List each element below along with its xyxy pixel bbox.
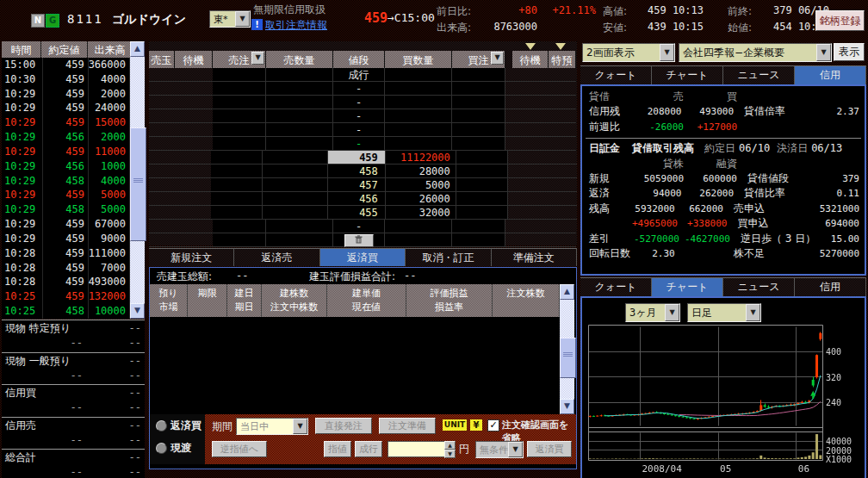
board-price-cell[interactable]: 458 [328,165,385,178]
board-qty-cell[interactable]: 11122000 [386,151,456,165]
board-row[interactable]: - [149,109,577,123]
prepare-order-button[interactable]: 注文準備 [379,418,436,434]
condition-select[interactable]: 無条件 ▼ [475,441,524,458]
chevron-down-icon[interactable]: ▼ [293,419,307,434]
stepper-up-icon[interactable]: ▲ [444,441,456,450]
board-row[interactable]: - [149,82,577,96]
board-cell[interactable] [385,68,452,82]
show-button[interactable]: 表示 [834,43,865,61]
board-row[interactable]: - [149,123,577,137]
scroll-up-icon[interactable]: ▲ [130,41,145,57]
delete-orders-button[interactable] [344,234,374,247]
chevron-down-icon[interactable]: ▼ [746,304,760,321]
tick-scrollbar-thumb[interactable] [130,127,146,241]
board-price-cell[interactable]: 459 [328,151,385,165]
stop-order-button[interactable]: 逆指値へ [212,441,267,457]
position-scrollbar-thumb[interactable] [560,338,576,378]
board-qty-cell[interactable]: 26000 [386,192,456,206]
board-price-cell[interactable]: - [333,109,385,123]
chart-range-select[interactable]: 3ヶ月 ▼ [625,303,680,322]
chart-tab-0[interactable]: クォート [580,277,652,296]
board-price-cell[interactable]: 成行 [333,68,385,82]
tick-price: 459 [43,217,89,232]
board-price-cell[interactable]: - [333,82,385,96]
board-price-cell[interactable]: 455 [328,206,385,220]
board-qty-cell[interactable]: 5000 [386,178,456,192]
board-price-cell[interactable]: - [333,123,385,137]
board-row[interactable]: - [149,96,577,109]
tick-col-header: 時間 [2,41,41,58]
period-select[interactable]: 当日中 ▼ [236,418,308,435]
position-scrollbar[interactable]: ▲ ▼ [560,284,574,414]
board-cell [549,82,576,96]
report-select[interactable]: 会社四季報−企業概要 ▼ [679,43,832,62]
info-tab-1[interactable]: チャート [652,65,723,84]
order-tab-0[interactable]: 新規注文 [149,248,234,266]
board-row[interactable]: 4575000 [149,178,577,192]
board-cell[interactable] [385,220,452,233]
board-cell[interactable] [385,82,452,96]
confirm-skip-checkbox[interactable]: ✓ [487,419,499,431]
info-tab-3[interactable]: 信用 [795,65,866,84]
board-price-cell[interactable] [333,233,385,247]
price-stepper[interactable]: ▲ ▼ [444,441,456,457]
tick-volume: 366000 [89,58,130,72]
board-row[interactable]: 45911122000 [149,151,577,165]
board-row[interactable]: - [149,220,577,233]
chevron-down-icon[interactable]: ▼ [660,44,674,61]
credit-data-row: 返済94000262000貸借比率0.11 [582,186,865,201]
trade-notice-link[interactable]: 取引注意情報 [265,18,327,33]
board-row[interactable]: 成行 [149,68,577,82]
board-cell[interactable] [385,137,452,151]
info-tab-2[interactable]: ニュース [723,65,795,84]
board-row[interactable]: 45626000 [149,192,577,206]
price-input[interactable] [388,441,446,457]
repay-buy-radio[interactable] [156,420,167,431]
chart-tab-3[interactable]: 信用 [795,277,866,296]
board-qty-cell[interactable]: 32000 [386,206,456,220]
board-price-cell[interactable]: - [333,220,385,233]
tick-price: 459 [43,289,89,304]
direct-order-button[interactable]: 直接発注 [315,418,372,434]
board-cell[interactable] [385,96,452,109]
tick-scrollbar[interactable]: ▲ ▼ [130,41,145,319]
order-tab-3[interactable]: 取消・訂正 [406,248,491,266]
chart-interval-select[interactable]: 日足 ▼ [687,303,761,322]
order-tab-1[interactable]: 返済売 [234,248,319,266]
delivery-radio[interactable] [156,443,167,454]
chart-tab-2[interactable]: ニュース [723,277,795,296]
chevron-down-icon[interactable]: ▼ [235,11,250,27]
exchange-select[interactable]: 東* ▼ [209,10,251,28]
chart-tab-1[interactable]: チャート [652,277,723,296]
info-tab-0[interactable]: クォート [580,65,652,84]
board-cell[interactable] [385,123,452,137]
board-price-cell[interactable]: 456 [328,192,385,206]
board-price-cell[interactable]: - [333,137,385,151]
board-cell[interactable] [385,233,452,247]
stepper-down-icon[interactable]: ▼ [444,450,456,458]
board-row[interactable]: - [149,137,577,151]
limit-button[interactable]: 指値 [324,441,351,457]
tick-row: 10:2945924000 [2,101,130,115]
board-cell[interactable] [385,109,452,123]
board-price-cell[interactable]: - [333,96,385,109]
board-row[interactable] [149,233,577,247]
chevron-down-icon[interactable]: ▼ [251,52,264,65]
board-qty-cell[interactable]: 28000 [386,165,456,178]
submit-repay-buy-button[interactable]: 返済買 [527,441,572,457]
scroll-up-icon[interactable]: ▲ [560,284,574,300]
chevron-down-icon[interactable]: ▼ [508,442,523,457]
chevron-down-icon[interactable]: ▼ [665,304,679,321]
scroll-down-icon[interactable]: ▼ [130,303,145,319]
dual-view-select[interactable]: 2画面表示 ▼ [582,43,675,62]
chevron-down-icon[interactable]: ▼ [491,52,504,65]
chevron-down-icon[interactable]: ▼ [816,44,831,61]
order-tab-2[interactable]: 返済買 [320,248,406,266]
scroll-down-icon[interactable]: ▼ [560,399,574,414]
order-tab-4[interactable]: 準備注文 [492,248,577,266]
register-symbol-button[interactable]: 銘柄登録 [815,10,865,31]
board-row[interactable]: 45532000 [149,206,577,220]
board-price-cell[interactable]: 457 [328,178,385,192]
market-button[interactable]: 成行 [355,441,382,457]
board-row[interactable]: 45828000 [149,165,577,178]
